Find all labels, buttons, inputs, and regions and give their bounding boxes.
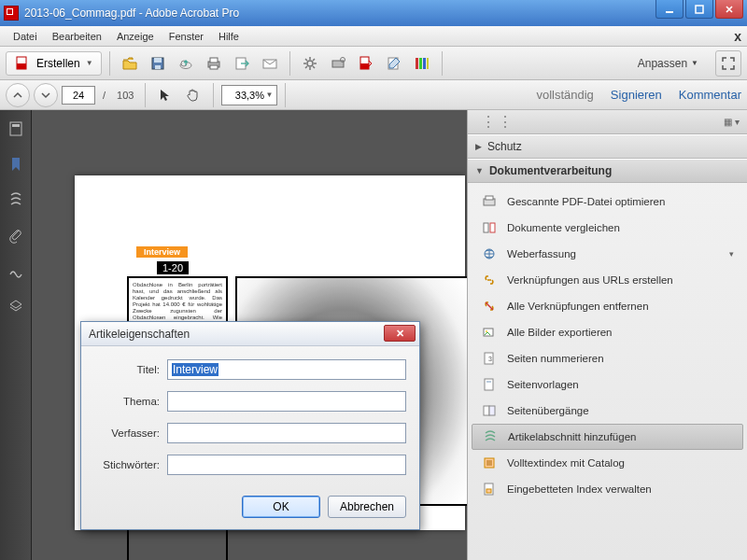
section-header-tab: Interview — [136, 246, 188, 258]
tool-compare-docs[interactable]: Dokumente vergleichen — [472, 215, 743, 241]
create-button[interactable]: Erstellen ▼ — [6, 51, 102, 76]
customize-label: Anpassen — [638, 57, 687, 70]
dropdown-icon: ▼ — [86, 59, 93, 67]
tool-create-links[interactable]: Verknüpfungen aus URLs erstellen — [472, 267, 743, 293]
tool-remove-links[interactable]: Alle Verknüpfungen entfernen — [472, 293, 743, 319]
page-down-button[interactable] — [34, 83, 58, 107]
articles-icon[interactable] — [7, 190, 25, 209]
tool-optimize-scanned[interactable]: Gescannte PDF-Datei optimieren — [472, 189, 743, 215]
window-titlebar: 2013-06_Commag.pdf - Adobe Acrobat Pro — [0, 0, 747, 26]
svg-rect-3 — [17, 63, 26, 69]
thumbnails-icon[interactable] — [7, 119, 25, 138]
tool-fulltext-index[interactable]: Volltextindex mit Catalog — [472, 450, 743, 476]
cancel-button[interactable]: Abbrechen — [328, 496, 406, 518]
bookmarks-icon[interactable] — [7, 155, 25, 174]
dialog-close-button[interactable]: ✕ — [384, 325, 416, 342]
select-tool-button[interactable] — [153, 83, 177, 107]
view-full-link[interactable]: vollständig — [536, 88, 593, 102]
tool-list: Gescannte PDF-Datei optimieren Dokumente… — [468, 183, 747, 508]
compare-icon — [481, 219, 498, 236]
svg-rect-5 — [154, 58, 162, 63]
zoom-select[interactable]: 33,3% ▼ — [221, 85, 277, 105]
menu-hilfe[interactable]: Hilfe — [211, 29, 247, 44]
stichwoerter-input[interactable] — [167, 455, 406, 475]
svg-rect-28 — [484, 223, 488, 232]
menu-datei[interactable]: Datei — [6, 29, 45, 44]
close-button[interactable] — [715, 0, 743, 19]
print-production-button[interactable] — [326, 51, 350, 76]
chevron-right-icon: ▶ — [475, 142, 482, 151]
email-button[interactable] — [258, 51, 282, 76]
tool-add-article-section[interactable]: Artikelabschnitt hinzufügen — [472, 424, 743, 450]
create-label: Erstellen — [36, 57, 80, 70]
svg-rect-35 — [485, 379, 493, 390]
sign-link[interactable]: Signieren — [611, 88, 662, 102]
svg-rect-37 — [484, 406, 489, 415]
customize-button[interactable]: Anpassen ▼ — [630, 54, 706, 73]
titel-input[interactable]: Interview — [167, 359, 406, 380]
cloud-button[interactable] — [174, 51, 198, 76]
save-button[interactable] — [146, 51, 170, 76]
section-dokverarb-label: Dokumentverarbeitung — [489, 164, 612, 177]
panel-menu-icon[interactable]: ▦ ▾ — [724, 117, 740, 127]
signatures-icon[interactable] — [7, 261, 25, 280]
page-number-input[interactable] — [62, 86, 95, 105]
svg-rect-23 — [427, 58, 429, 69]
article-icon — [482, 428, 499, 445]
menubar: Datei Bearbeiten Anzeige Fenster Hilfe x — [0, 26, 747, 47]
export-pdf-button[interactable] — [354, 51, 378, 76]
section-schutz[interactable]: ▶ Schutz — [468, 134, 747, 159]
hand-tool-button[interactable] — [181, 83, 205, 107]
gear-button[interactable] — [298, 51, 322, 76]
maximize-button[interactable] — [685, 0, 713, 19]
svg-rect-36 — [486, 381, 491, 383]
template-icon — [481, 376, 498, 393]
verfasser-input[interactable] — [167, 423, 406, 443]
svg-rect-21 — [419, 58, 422, 69]
menu-fenster[interactable]: Fenster — [162, 29, 211, 44]
section-dokumentverarbeitung[interactable]: ▼ Dokumentverarbeitung — [468, 159, 747, 183]
svg-rect-41 — [486, 489, 491, 493]
tool-web-capture[interactable]: Weberfassung▾ — [472, 241, 743, 267]
open-button[interactable] — [118, 51, 142, 76]
svg-rect-10 — [210, 58, 218, 63]
svg-rect-6 — [155, 65, 161, 69]
tool-page-transitions[interactable]: Seitenübergänge — [472, 398, 743, 424]
page-sep: / — [103, 90, 106, 101]
navigation-pane — [0, 110, 32, 560]
minimize-button[interactable] — [655, 0, 684, 19]
thema-input[interactable] — [167, 391, 406, 412]
tool-page-templates[interactable]: Seitenvorlagen — [472, 371, 743, 398]
tool-export-images[interactable]: Alle Bilder exportieren — [472, 319, 743, 345]
create-pdf-icon — [14, 55, 31, 72]
tool-embedded-index[interactable]: Eingebetteten Index verwalten — [472, 476, 743, 502]
svg-rect-38 — [489, 406, 495, 415]
svg-rect-1 — [696, 6, 703, 13]
app-icon — [4, 6, 19, 21]
menu-bearbeiten[interactable]: Bearbeiten — [45, 29, 109, 44]
menu-anzeige[interactable]: Anzeige — [109, 29, 162, 44]
comment-link[interactable]: Kommentar — [679, 88, 741, 102]
tool-number-pages[interactable]: 3Seiten nummerieren — [472, 345, 743, 371]
tools-panel: ⋮⋮ ▦ ▾ ▶ Schutz ▼ Dokumentverarbeitung G… — [467, 110, 747, 560]
svg-point-14 — [307, 61, 313, 66]
zoom-value: 33,3% — [235, 90, 264, 101]
document-close-icon[interactable]: x — [734, 29, 741, 44]
attachments-icon[interactable] — [7, 226, 25, 245]
index-icon — [481, 481, 498, 497]
color-button[interactable] — [410, 51, 434, 76]
dialog-titlebar[interactable]: Artikeleigenschaften ✕ — [81, 322, 419, 346]
scanner-icon — [481, 193, 498, 210]
page-total: 103 — [117, 90, 134, 101]
toolbar-nav: / 103 33,3% ▼ vollständig Signieren Komm… — [0, 80, 747, 110]
ok-button[interactable]: OK — [242, 496, 320, 518]
print-button[interactable] — [202, 51, 226, 76]
share-button[interactable] — [230, 51, 254, 76]
fullscreen-button[interactable] — [715, 50, 741, 77]
layers-icon[interactable] — [7, 297, 25, 315]
edit-text-button[interactable] — [382, 51, 406, 76]
label-verfasser: Verfasser: — [94, 427, 167, 439]
svg-rect-18 — [360, 63, 369, 69]
dialog-title: Artikeleigenschaften — [89, 328, 190, 341]
page-up-button[interactable] — [6, 83, 30, 107]
